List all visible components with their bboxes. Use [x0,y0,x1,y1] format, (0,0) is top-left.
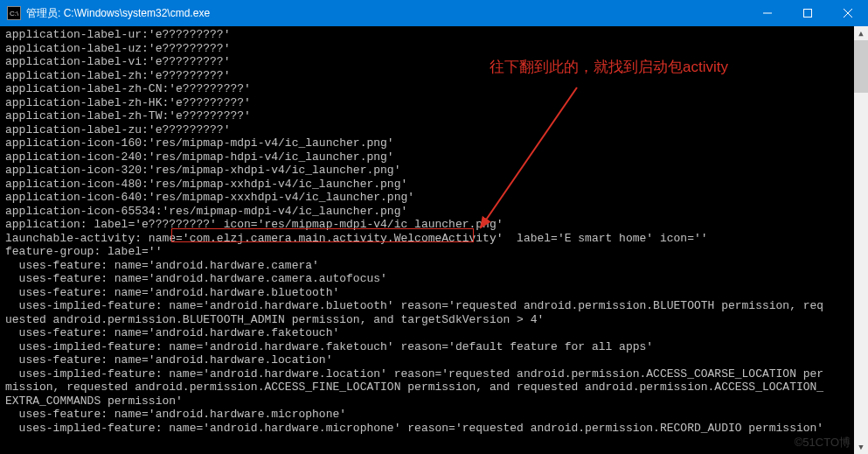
scrollbar-thumb[interactable] [854,40,868,93]
scroll-down-button[interactable]: ▼ [854,440,868,454]
maximize-button[interactable] [788,0,828,26]
window-title: 管理员: C:\Windows\system32\cmd.exe [26,6,747,21]
scrollbar-track[interactable] [854,40,868,440]
close-button[interactable] [828,0,868,26]
watermark: ©51CTO博 [795,435,851,451]
scroll-up-button[interactable]: ▲ [854,26,868,40]
terminal-output[interactable]: application-label-ur:'e?????????' applic… [0,26,854,454]
terminal-content: application-label-ur:'e?????????' applic… [0,26,868,454]
cmd-icon: C:\ [7,6,21,20]
minimize-button[interactable] [747,0,788,26]
vertical-scrollbar[interactable]: ▲ ▼ [854,26,868,454]
window-titlebar: C:\ 管理员: C:\Windows\system32\cmd.exe [0,0,868,26]
svg-rect-1 [804,10,812,17]
annotation-text: 往下翻到此的，就找到启动包activity [490,57,728,77]
